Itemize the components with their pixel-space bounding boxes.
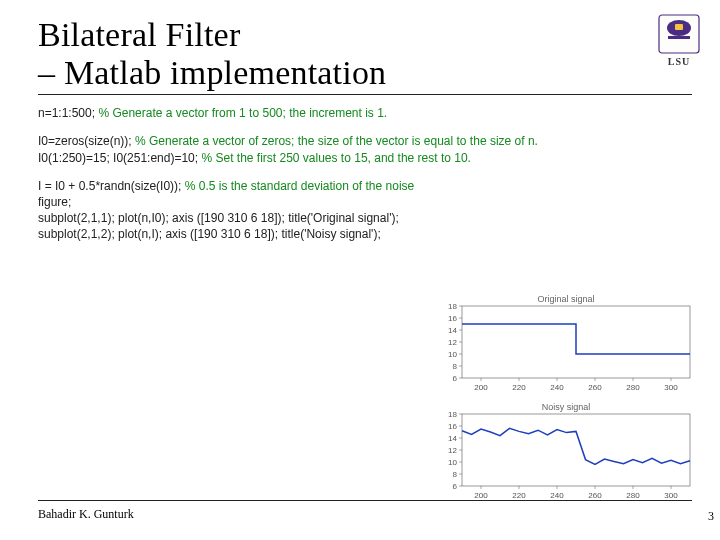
svg-text:200: 200 (474, 491, 488, 500)
code-text: I0=zeros(size(n)); (38, 134, 135, 148)
svg-text:280: 280 (626, 491, 640, 500)
chart-original: Original signal 681012141618200220240260… (436, 294, 696, 394)
chart-svg-original: 681012141618200220240260280300 (436, 294, 696, 394)
svg-text:14: 14 (448, 326, 457, 335)
title-line-1: Bilateral Filter (38, 16, 240, 53)
svg-text:8: 8 (453, 362, 458, 371)
footer: Bahadir K. Gunturk (38, 500, 692, 522)
svg-text:240: 240 (550, 383, 564, 392)
code-text: subplot(2,1,2); plot(n,I); axis ([190 31… (38, 227, 381, 241)
lsu-crest-icon (658, 14, 700, 54)
svg-text:280: 280 (626, 383, 640, 392)
svg-rect-2 (675, 24, 683, 30)
svg-text:16: 16 (448, 314, 457, 323)
svg-text:10: 10 (448, 350, 457, 359)
svg-text:300: 300 (664, 491, 678, 500)
svg-text:8: 8 (453, 470, 458, 479)
svg-text:220: 220 (512, 491, 526, 500)
svg-text:12: 12 (448, 446, 457, 455)
slide: LSU Bilateral Filter – Matlab implementa… (0, 0, 720, 540)
svg-text:300: 300 (664, 383, 678, 392)
code-text: I = I0 + 0.5*randn(size(I0)); (38, 179, 185, 193)
svg-text:6: 6 (453, 482, 458, 491)
svg-text:6: 6 (453, 374, 458, 383)
charts-container: Original signal 681012141618200220240260… (436, 294, 698, 510)
title-line-2: – Matlab implementation (38, 54, 386, 91)
code-block-1: n=1:1:500; % Generate a vector from 1 to… (38, 105, 692, 121)
code-comment: % 0.5 is the standard deviation of the n… (185, 179, 414, 193)
logo-text: LSU (658, 56, 700, 67)
svg-rect-3 (668, 36, 690, 39)
code-block-3: I = I0 + 0.5*randn(size(I0)); % 0.5 is t… (38, 178, 692, 243)
slide-title: Bilateral Filter – Matlab implementation (38, 16, 692, 92)
svg-text:10: 10 (448, 458, 457, 467)
code-comment: % Set the first 250 values to 15, and th… (201, 151, 471, 165)
code-listing: n=1:1:500; % Generate a vector from 1 to… (38, 105, 692, 242)
chart-title: Noisy signal (436, 402, 696, 412)
code-block-2: I0=zeros(size(n)); % Generate a vector o… (38, 133, 692, 165)
svg-text:12: 12 (448, 338, 457, 347)
lsu-logo: LSU (658, 14, 700, 67)
svg-text:220: 220 (512, 383, 526, 392)
code-comment: % Generate a vector of zeros; the size o… (135, 134, 538, 148)
svg-text:260: 260 (588, 383, 602, 392)
code-text: n=1:1:500; (38, 106, 98, 120)
svg-text:240: 240 (550, 491, 564, 500)
code-text: I0(1:250)=15; I0(251:end)=10; (38, 151, 201, 165)
chart-title: Original signal (436, 294, 696, 304)
chart-noisy: Noisy signal 681012141618200220240260280… (436, 402, 696, 502)
chart-svg-noisy: 681012141618200220240260280300 (436, 402, 696, 502)
footer-author: Bahadir K. Gunturk (38, 507, 134, 521)
page-number: 3 (708, 509, 714, 524)
svg-text:260: 260 (588, 491, 602, 500)
svg-rect-31 (462, 414, 690, 486)
svg-text:14: 14 (448, 434, 457, 443)
svg-text:16: 16 (448, 422, 457, 431)
code-comment: % Generate a vector from 1 to 500; the i… (98, 106, 387, 120)
code-text: figure; (38, 195, 71, 209)
title-block: Bilateral Filter – Matlab implementation (38, 16, 692, 95)
svg-text:200: 200 (474, 383, 488, 392)
code-text: subplot(2,1,1); plot(n,I0); axis ([190 3… (38, 211, 399, 225)
